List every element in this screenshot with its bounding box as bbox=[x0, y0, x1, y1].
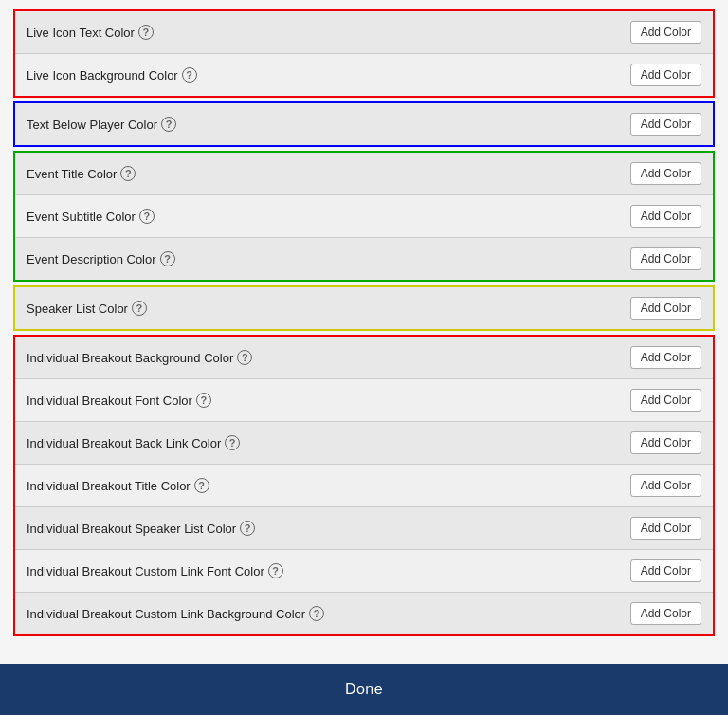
row-label: Individual Breakout Background Color? bbox=[27, 350, 252, 365]
help-icon[interactable]: ? bbox=[139, 209, 155, 224]
help-icon[interactable]: ? bbox=[240, 521, 255, 536]
add-color-button[interactable]: Add Color bbox=[630, 602, 701, 625]
help-icon[interactable]: ? bbox=[196, 393, 211, 408]
help-icon[interactable]: ? bbox=[237, 350, 252, 365]
color-label-text: Event Description Color bbox=[27, 252, 156, 266]
row-label: Live Icon Text Color? bbox=[27, 25, 154, 40]
color-label-text: Individual Breakout Custom Link Backgrou… bbox=[27, 607, 305, 621]
done-button[interactable]: Done bbox=[345, 681, 383, 698]
add-color-button[interactable]: Add Color bbox=[630, 389, 701, 412]
help-icon[interactable]: ? bbox=[268, 563, 283, 578]
color-label-text: Live Icon Text Color bbox=[27, 26, 135, 40]
row-label: Live Icon Background Color? bbox=[27, 67, 197, 82]
add-color-button[interactable]: Add Color bbox=[630, 21, 701, 44]
table-row: Event Description Color?Add Color bbox=[15, 238, 713, 280]
table-row: Individual Breakout Title Color?Add Colo… bbox=[15, 465, 713, 507]
color-group-4: Individual Breakout Background Color?Add… bbox=[13, 335, 715, 636]
main-content: Live Icon Text Color?Add ColorLive Icon … bbox=[0, 0, 728, 664]
add-color-button[interactable]: Add Color bbox=[630, 64, 701, 86]
table-row: Individual Breakout Font Color?Add Color bbox=[15, 379, 713, 422]
help-icon[interactable]: ? bbox=[194, 478, 209, 493]
row-label: Individual Breakout Title Color? bbox=[27, 478, 209, 493]
table-row: Event Subtitle Color?Add Color bbox=[15, 195, 713, 238]
add-color-button[interactable]: Add Color bbox=[630, 559, 701, 582]
color-label-text: Speaker List Color bbox=[27, 302, 128, 316]
table-row: Live Icon Text Color?Add Color bbox=[15, 11, 713, 54]
add-color-button[interactable]: Add Color bbox=[630, 248, 701, 270]
table-row: Speaker List Color?Add Color bbox=[15, 287, 713, 329]
table-row: Text Below Player Color?Add Color bbox=[15, 103, 713, 145]
row-label: Speaker List Color? bbox=[27, 301, 147, 316]
row-label: Individual Breakout Font Color? bbox=[27, 393, 211, 408]
add-color-button[interactable]: Add Color bbox=[630, 346, 701, 369]
color-label-text: Individual Breakout Font Color bbox=[27, 394, 192, 408]
table-row: Live Icon Background Color?Add Color bbox=[15, 54, 713, 96]
add-color-button[interactable]: Add Color bbox=[630, 205, 701, 228]
row-label: Text Below Player Color? bbox=[27, 117, 176, 132]
add-color-button[interactable]: Add Color bbox=[630, 474, 701, 497]
help-icon[interactable]: ? bbox=[160, 251, 175, 266]
row-label: Event Subtitle Color? bbox=[27, 209, 155, 224]
help-icon[interactable]: ? bbox=[309, 606, 324, 621]
table-row: Event Title Color?Add Color bbox=[15, 153, 713, 195]
color-label-text: Text Below Player Color bbox=[27, 118, 157, 132]
help-icon[interactable]: ? bbox=[182, 67, 197, 82]
row-label: Event Title Color? bbox=[27, 166, 136, 181]
table-row: Individual Breakout Custom Link Font Col… bbox=[15, 550, 713, 593]
help-icon[interactable]: ? bbox=[225, 435, 240, 450]
color-label-text: Event Subtitle Color bbox=[27, 210, 136, 224]
add-color-button[interactable]: Add Color bbox=[630, 431, 701, 454]
add-color-button[interactable]: Add Color bbox=[630, 517, 701, 540]
color-group-1: Text Below Player Color?Add Color bbox=[13, 101, 715, 147]
color-label-text: Event Title Color bbox=[27, 167, 117, 181]
help-icon[interactable]: ? bbox=[161, 117, 176, 132]
footer: Done bbox=[0, 664, 728, 715]
table-row: Individual Breakout Back Link Color?Add … bbox=[15, 422, 713, 465]
color-label-text: Individual Breakout Speaker List Color bbox=[27, 522, 236, 536]
color-label-text: Individual Breakout Back Link Color bbox=[27, 436, 221, 450]
row-label: Event Description Color? bbox=[27, 251, 175, 266]
color-group-3: Speaker List Color?Add Color bbox=[13, 285, 715, 331]
color-group-0: Live Icon Text Color?Add ColorLive Icon … bbox=[13, 9, 715, 98]
row-label: Individual Breakout Speaker List Color? bbox=[27, 521, 255, 536]
add-color-button[interactable]: Add Color bbox=[630, 113, 701, 136]
color-label-text: Live Icon Background Color bbox=[27, 68, 178, 82]
row-label: Individual Breakout Custom Link Font Col… bbox=[27, 563, 283, 578]
table-row: Individual Breakout Custom Link Backgrou… bbox=[15, 593, 713, 634]
help-icon[interactable]: ? bbox=[138, 25, 154, 40]
row-label: Individual Breakout Custom Link Backgrou… bbox=[27, 606, 324, 621]
row-label: Individual Breakout Back Link Color? bbox=[27, 435, 240, 450]
help-icon[interactable]: ? bbox=[132, 301, 147, 316]
table-row: Individual Breakout Speaker List Color?A… bbox=[15, 507, 713, 550]
color-label-text: Individual Breakout Title Color bbox=[27, 479, 191, 493]
color-label-text: Individual Breakout Background Color bbox=[27, 351, 233, 365]
color-group-2: Event Title Color?Add ColorEvent Subtitl… bbox=[13, 151, 715, 282]
add-color-button[interactable]: Add Color bbox=[630, 162, 701, 185]
color-label-text: Individual Breakout Custom Link Font Col… bbox=[27, 564, 264, 578]
add-color-button[interactable]: Add Color bbox=[630, 297, 701, 320]
table-row: Individual Breakout Background Color?Add… bbox=[15, 337, 713, 379]
help-icon[interactable]: ? bbox=[120, 166, 136, 181]
